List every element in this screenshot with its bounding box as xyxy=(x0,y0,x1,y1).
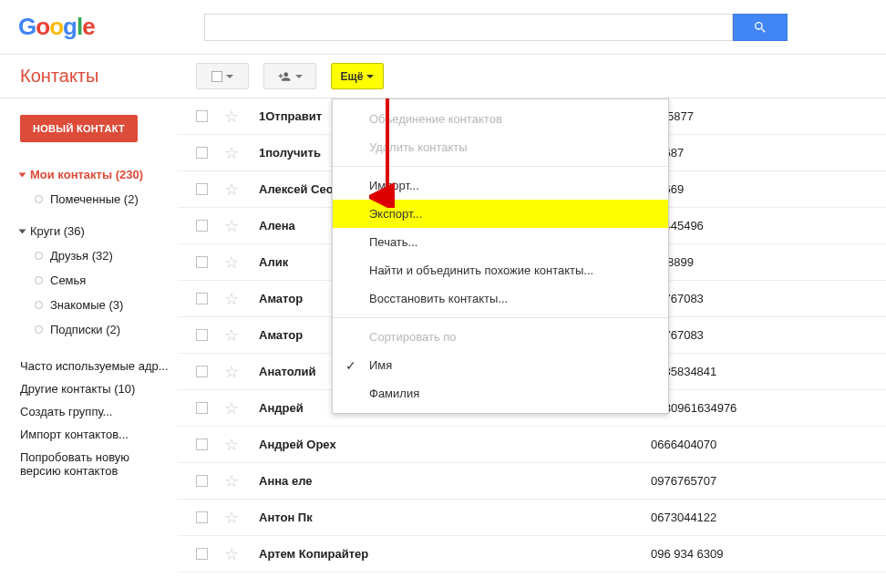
app-title: Контакты xyxy=(0,66,178,87)
contact-name: Анна еле xyxy=(259,474,651,488)
contact-phone: 0976765707 xyxy=(651,474,716,488)
star-icon[interactable]: ☆ xyxy=(224,181,239,198)
dd-last-name[interactable]: Фамилия xyxy=(333,379,668,407)
star-icon[interactable]: ☆ xyxy=(224,437,239,453)
chevron-down-icon xyxy=(366,75,374,78)
checkbox[interactable] xyxy=(196,256,208,268)
nav-circle-item[interactable]: Друзья (32) xyxy=(35,243,169,268)
person-add-icon xyxy=(277,70,292,83)
checkbox[interactable] xyxy=(196,511,208,523)
checkbox[interactable] xyxy=(196,293,208,304)
star-icon[interactable]: ☆ xyxy=(224,400,239,417)
nav-link[interactable]: Часто используемые адр... xyxy=(20,355,169,377)
contact-phone: 0666404070 xyxy=(651,438,716,451)
checkbox-icon xyxy=(211,71,222,82)
triangle-down-icon xyxy=(19,229,26,233)
contact-phone: 096 934 6309 xyxy=(651,547,724,561)
dd-delete: Удалить контакты xyxy=(333,133,668,161)
nav-link[interactable]: Другие контакты (10) xyxy=(20,377,169,400)
checkbox[interactable] xyxy=(196,183,208,195)
nav-label: Мои контакты (230) xyxy=(30,168,143,181)
dd-restore[interactable]: Восстановить контакты... xyxy=(333,284,668,313)
dd-find-merge[interactable]: Найти и объединить похожие контакты... xyxy=(333,256,668,284)
nav-link[interactable]: Импорт контактов... xyxy=(20,423,169,446)
star-icon[interactable]: ☆ xyxy=(224,473,239,490)
star-icon[interactable]: ☆ xyxy=(224,291,239,307)
checkbox[interactable] xyxy=(196,475,208,487)
nav-circle-item[interactable]: Подписки (2) xyxy=(35,317,169,342)
star-icon[interactable]: ☆ xyxy=(224,218,239,234)
nav-my-contacts[interactable]: Мои контакты (230) xyxy=(20,162,169,187)
star-icon[interactable]: ☆ xyxy=(224,510,239,526)
star-icon[interactable]: ☆ xyxy=(224,108,239,125)
search-icon xyxy=(753,20,768,35)
chevron-down-icon xyxy=(226,75,233,78)
checkbox[interactable] xyxy=(196,329,208,341)
search-button[interactable] xyxy=(733,14,788,41)
contact-row[interactable]: ☆Антон Пк0673044122 xyxy=(178,500,886,536)
contact-row[interactable]: ☆Анна еле0976765707 xyxy=(178,463,886,500)
toolbar: Ещё xyxy=(178,63,384,89)
triangle-down-icon xyxy=(19,172,26,177)
dd-print[interactable]: Печать... xyxy=(333,228,668,256)
dd-sort-by: Сортировать по xyxy=(333,323,668,351)
nav: Мои контакты (230) Помеченные (2) Круги … xyxy=(20,162,169,482)
star-icon[interactable]: ☆ xyxy=(224,546,239,562)
more-label: Ещё xyxy=(341,70,364,83)
body: НОВЫЙ КОНТАКТ Мои контакты (230) Помечен… xyxy=(0,98,886,588)
checkbox[interactable] xyxy=(196,548,208,560)
contact-name: Артем Копирайтер xyxy=(259,547,651,561)
add-to-circles-button[interactable] xyxy=(263,63,316,89)
dd-export[interactable]: Экспорт... xyxy=(333,200,668,228)
check-icon: ✓ xyxy=(345,358,356,373)
star-icon[interactable]: ☆ xyxy=(224,364,239,380)
star-icon[interactable]: ☆ xyxy=(224,145,239,161)
separator xyxy=(333,166,668,167)
nav-circle-item[interactable]: Знакомые (3) xyxy=(35,293,169,317)
nav-circles[interactable]: Круги (36) xyxy=(20,219,169,243)
subheader: Контакты Ещё xyxy=(0,55,886,98)
dd-merge: Объединение контактов xyxy=(333,105,668,133)
chevron-down-icon xyxy=(295,75,303,78)
sidebar: НОВЫЙ КОНТАКТ Мои контакты (230) Помечен… xyxy=(0,98,178,588)
checkbox[interactable] xyxy=(196,110,208,122)
contact-name: Андрей Орех xyxy=(259,438,651,451)
star-icon[interactable]: ☆ xyxy=(224,254,239,271)
contact-phone: 0673044122 xyxy=(651,511,716,524)
checkbox[interactable] xyxy=(196,147,208,159)
header: Google xyxy=(0,0,886,55)
more-dropdown: Объединение контактов Удалить контакты И… xyxy=(332,98,669,414)
contact-row[interactable]: ☆Андрей Орех0666404070 xyxy=(178,427,886,463)
nav-link[interactable]: Создать группу... xyxy=(20,400,169,423)
nav-label: Круги (36) xyxy=(30,224,85,238)
nav-starred[interactable]: Помеченные (2) xyxy=(35,187,169,211)
new-contact-button[interactable]: НОВЫЙ КОНТАКТ xyxy=(20,115,138,142)
nav-link[interactable]: Попробовать новую версию контактов xyxy=(20,446,169,482)
contact-row[interactable]: ☆Артем Копирайтер096 934 6309 xyxy=(178,536,886,573)
contact-name: Антон Пк xyxy=(259,511,651,524)
separator xyxy=(333,317,668,318)
google-logo: Google xyxy=(18,13,95,41)
search-box xyxy=(204,14,788,41)
search-input[interactable] xyxy=(204,14,733,41)
dd-import[interactable]: Импорт... xyxy=(333,171,668,200)
star-icon[interactable]: ☆ xyxy=(224,327,239,344)
checkbox[interactable] xyxy=(196,220,208,232)
checkbox[interactable] xyxy=(196,438,208,450)
checkbox[interactable] xyxy=(196,366,208,377)
more-button[interactable]: Ещё xyxy=(331,63,384,89)
nav-circle-item[interactable]: Семья xyxy=(35,268,169,293)
main: ☆1Отправит32 5877☆1получить98687☆Алексей… xyxy=(178,98,886,588)
dd-first-name[interactable]: ✓ Имя xyxy=(333,351,668,379)
select-all-button[interactable] xyxy=(196,63,249,89)
checkbox[interactable] xyxy=(196,402,208,414)
